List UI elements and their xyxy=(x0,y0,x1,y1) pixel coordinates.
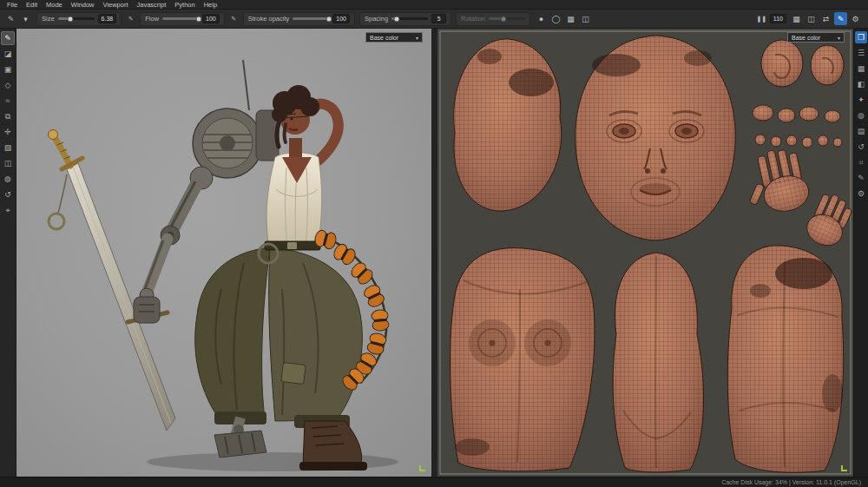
rotation-label: Rotation xyxy=(461,15,485,23)
projection-tool[interactable]: ▣ xyxy=(1,63,15,76)
rotation-slider[interactable] xyxy=(489,17,525,20)
tool-icon: ↺ xyxy=(4,190,11,199)
menu-item[interactable]: Javascript xyxy=(133,0,171,10)
tool-icon: ✎ xyxy=(4,34,11,43)
tool-options-dropdown-icon[interactable]: ▾ xyxy=(19,12,32,25)
symmetry-tool[interactable]: ◫ xyxy=(1,156,15,170)
chevron-down-icon: ▾ xyxy=(838,35,840,41)
tool-icon: ◍ xyxy=(4,174,11,183)
edit-mode-icon[interactable]: ✎ xyxy=(834,12,847,25)
history-tool[interactable]: ↺ xyxy=(1,188,15,201)
tool-icon: ▨ xyxy=(4,143,12,152)
menubar: FileEditModeWindowViewportJavascriptPyth… xyxy=(0,0,868,10)
current-tool-icon[interactable]: ✎ xyxy=(4,12,17,25)
shelf-icon[interactable]: ▤ xyxy=(855,125,867,137)
panel-icon: ⌗ xyxy=(858,158,863,168)
history-icon[interactable]: ↺ xyxy=(855,141,867,153)
material-picker-tool[interactable]: ✛ xyxy=(1,125,15,139)
pen-pressure-flow-icon[interactable]: ✎ xyxy=(229,12,239,25)
tool-icon: ≈ xyxy=(6,96,10,105)
panel-icon: ⚙ xyxy=(858,189,865,198)
quick-mask-tool[interactable]: ▨ xyxy=(1,141,15,155)
panel-icon: ▤ xyxy=(858,127,865,135)
tool-icon: ▣ xyxy=(4,65,12,74)
texture-set-icon[interactable]: ❐ xyxy=(855,31,867,43)
clone-tool[interactable]: ⧉ xyxy=(1,109,15,123)
panel-icon: ↺ xyxy=(858,142,865,151)
paint-3d-viewport[interactable]: Base color ▾ xyxy=(16,29,431,477)
tool-icon: ✛ xyxy=(4,128,11,136)
stroke-opacity-value[interactable]: 100 xyxy=(332,14,350,23)
tool-icon: ◫ xyxy=(4,159,12,168)
statusbar: Cache Disk Usage: 34% | Version: 11.0.1 … xyxy=(0,477,868,487)
character-3d-render xyxy=(16,29,431,477)
properties-icon[interactable]: ✎ xyxy=(855,172,867,184)
brush-tip-icon[interactable]: ● xyxy=(535,12,548,25)
menu-item[interactable]: Viewport xyxy=(98,0,132,10)
lighting-icon[interactable]: ✦ xyxy=(855,94,867,106)
menu-item[interactable]: Edit xyxy=(22,0,42,10)
menu-item[interactable]: Window xyxy=(67,0,99,10)
flow-slider[interactable] xyxy=(162,17,199,20)
uv-axis-corner-icon xyxy=(841,465,847,471)
polygon-fill-tool[interactable]: ◇ xyxy=(1,78,15,92)
panel-icon: ◍ xyxy=(858,111,865,120)
display-settings-icon[interactable]: ◍ xyxy=(855,109,867,122)
menu-item[interactable]: Mode xyxy=(42,0,67,10)
settings-icon[interactable]: ⚙ xyxy=(855,188,867,200)
paint-axis-corner-icon xyxy=(419,465,425,471)
spacing-slider-group: Spacing 5 xyxy=(359,12,451,26)
stroke-opacity-slider[interactable] xyxy=(293,17,329,20)
uv-icon[interactable]: ⌗ xyxy=(855,156,867,168)
menu-item[interactable]: File xyxy=(3,0,22,10)
panel-icon: ✎ xyxy=(858,174,865,182)
paint-channel-dropdown[interactable]: Base color ▾ xyxy=(365,32,423,43)
status-text: Cache Disk Usage: 34% | Version: 11.0.1 … xyxy=(721,479,861,485)
stroke-opacity-slider-group: Stroke opacity 100 xyxy=(243,12,355,26)
panels-sidebar: ❐ ☰ ▦ ◧ ✦ ◍ ▤ ↺ ⌗ ✎ ⚙ xyxy=(853,29,868,477)
menu-item[interactable]: Python xyxy=(170,0,199,10)
tools-sidebar: ✎ ◪ ▣ ◇ ≈ ⧉ ✛ ▨ ◫ ◍ ↺ ⌖ xyxy=(0,29,16,477)
size-value[interactable]: 6.38 xyxy=(98,14,117,23)
layers-icon[interactable]: ☰ xyxy=(855,47,867,59)
settings-gear-icon[interactable]: ⚙ xyxy=(849,12,862,25)
grid-icon[interactable]: ▦ xyxy=(790,12,803,25)
grid-icon[interactable]: ▦ xyxy=(855,63,867,75)
spacing-value[interactable]: 5 xyxy=(431,14,446,23)
tool-icon: ⌖ xyxy=(5,206,10,215)
uv-channel-dropdown[interactable]: Base color ▾ xyxy=(787,32,845,43)
size-label: Size xyxy=(42,15,55,23)
split-view-icon[interactable]: ◫ xyxy=(805,12,818,25)
brush-ring-icon[interactable]: ◯ xyxy=(549,12,562,25)
rotation-slider-group: Rotation xyxy=(456,12,530,26)
pause-icon[interactable]: ❚❚ xyxy=(757,12,766,25)
tool-icon: ◇ xyxy=(5,81,11,89)
paint-channel-label: Base color xyxy=(370,35,398,41)
panel-icon: ☰ xyxy=(858,49,865,57)
tool-icon: ◪ xyxy=(4,49,12,58)
panel-icon: ❐ xyxy=(858,33,865,42)
flow-value[interactable]: 100 xyxy=(202,14,220,23)
panel-icon: ✦ xyxy=(858,95,865,104)
menu-item[interactable]: Help xyxy=(200,0,221,10)
brush-toolbar: ✎▾ Size 6.38 ✎ Flow 100 ✎ Stroke opacity… xyxy=(0,10,868,29)
stencil-icon[interactable]: ▦ xyxy=(564,12,577,25)
paint-tool[interactable]: ✎ xyxy=(1,31,15,45)
stencil-tool[interactable]: ◍ xyxy=(1,172,15,186)
smudge-tool[interactable]: ≈ xyxy=(1,94,15,108)
swap-view-icon[interactable]: ⇄ xyxy=(819,12,832,25)
pen-pressure-size-icon[interactable]: ✎ xyxy=(126,12,135,25)
eraser-tool[interactable]: ◪ xyxy=(1,47,15,61)
focus-tool[interactable]: ⌖ xyxy=(1,203,15,217)
toolbar-right-cluster: ❚❚ 110 ▦◫⇄✎⚙ xyxy=(757,12,864,25)
symmetry-icon[interactable]: ◫ xyxy=(579,12,592,25)
uv-2d-viewport[interactable]: Base color ▾ xyxy=(437,29,853,477)
viewport-splitter[interactable] xyxy=(431,29,437,477)
toolbar-right-value[interactable]: 110 xyxy=(770,14,786,23)
spacing-slider[interactable] xyxy=(391,17,428,20)
panel-icon: ▦ xyxy=(858,64,865,73)
shader-icon[interactable]: ◧ xyxy=(855,78,867,90)
tool-icon: ⧉ xyxy=(5,112,10,122)
size-slider-group: Size 6.38 xyxy=(36,12,122,26)
size-slider[interactable] xyxy=(58,17,95,20)
